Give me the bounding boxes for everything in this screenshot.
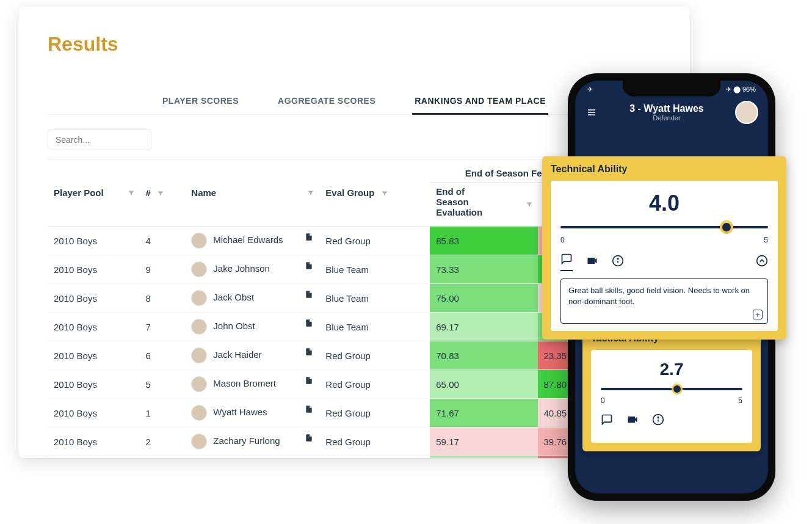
collapse-icon[interactable] [756, 255, 768, 269]
tab-rankings[interactable]: RANKINGS AND TEAM PLACE [412, 89, 548, 115]
avatar [191, 319, 207, 335]
cell-eval: 71.67 [430, 399, 537, 428]
col-label: Name [191, 187, 216, 198]
file-icon[interactable] [305, 319, 313, 329]
col-label: Player Pool [54, 187, 104, 198]
comment-icon[interactable] [601, 413, 613, 428]
player-role: Defender [598, 114, 735, 122]
col-end-eval[interactable]: End of Season Evaluation [430, 183, 537, 227]
col-player-pool[interactable]: Player Pool [48, 159, 140, 227]
svg-point-5 [658, 417, 659, 418]
col-label: Eval Group [325, 187, 374, 198]
cell-num: 3 [140, 456, 186, 459]
cell-pool: 2010 Boys [48, 227, 140, 255]
cell-name: Jordan Ferraro [185, 456, 319, 459]
file-icon[interactable] [305, 405, 313, 415]
cell-group: Blue Team [319, 255, 430, 284]
cell-group: Red Group [319, 227, 430, 255]
icon-row [601, 413, 742, 428]
phone-header: 3 - Wyatt Hawes Defender [575, 96, 768, 131]
cell-pool: 2010 Boys [48, 399, 140, 428]
page-title: Results [48, 33, 661, 56]
cell-group: Red Group [319, 399, 430, 428]
cell-name: Michael Edwards [185, 227, 319, 255]
search-input[interactable] [48, 129, 151, 150]
cell-num: 5 [140, 370, 186, 399]
svg-point-8 [617, 258, 618, 260]
filter-icon[interactable] [307, 189, 314, 197]
rating-slider[interactable] [601, 383, 742, 395]
avatar[interactable] [735, 101, 758, 124]
col-number[interactable]: # [140, 159, 186, 227]
slider-thumb[interactable] [720, 220, 733, 234]
avatar [191, 376, 207, 392]
cell-eval: 85.83 [430, 227, 537, 255]
file-icon[interactable] [305, 434, 313, 443]
cell-eval: 70.83 [430, 341, 537, 370]
cell-eval: 75.00 [430, 284, 537, 313]
rating-value: 2.7 [601, 360, 742, 379]
slider-min: 0 [560, 236, 565, 244]
cell-pool: 2010 Boys [48, 341, 140, 370]
file-icon[interactable] [305, 376, 313, 386]
cell-pool: 2010 Boys [48, 428, 140, 456]
technical-ability-card: Technical Ability 4.0 0 5 Great ball ski… [542, 156, 786, 340]
avatar [191, 233, 207, 249]
slider-thumb[interactable] [672, 384, 683, 395]
menu-icon[interactable] [585, 107, 598, 117]
col-label: End of Season Evaluation [436, 186, 491, 217]
info-icon[interactable] [652, 413, 664, 428]
filter-icon[interactable] [128, 189, 135, 197]
cell-name: Wyatt Hawes [185, 399, 319, 428]
file-icon[interactable] [305, 261, 313, 271]
file-icon[interactable] [305, 233, 313, 242]
cell-pool: 2010 Boys [48, 370, 140, 399]
tab-player-scores[interactable]: PLAYER SCORES [160, 89, 241, 114]
cell-name: Mason Bromert [185, 370, 319, 399]
cell-name: Jack Obst [185, 284, 319, 313]
cell-num: 9 [140, 255, 186, 284]
add-note-button[interactable]: + [753, 310, 763, 319]
player-title: 3 - Wyatt Hawes Defender [598, 103, 735, 122]
note-box[interactable]: Great ball skills, good field vision. Ne… [560, 278, 768, 324]
filter-icon[interactable] [526, 201, 533, 208]
status-left: ✈ [587, 86, 593, 93]
cell-group: Red Group [319, 456, 430, 459]
phone-notch [623, 81, 720, 96]
cell-eval: 65.00 [430, 370, 537, 399]
rating-slider[interactable] [560, 220, 768, 235]
cell-num: 1 [140, 399, 186, 428]
cell-name: John Obst [185, 313, 319, 341]
cell-eval: 67.50 [430, 456, 537, 459]
cell-name: Jack Haider [185, 341, 319, 370]
avatar [191, 261, 207, 277]
cell-pool: 2010 Boys [48, 255, 140, 284]
avatar [191, 348, 207, 363]
video-icon[interactable] [626, 413, 639, 428]
card-body: 4.0 0 5 Great ball skills, good field vi… [551, 181, 778, 331]
tab-aggregate-scores[interactable]: AGGREGATE SCORES [275, 89, 378, 114]
file-icon[interactable] [305, 290, 313, 300]
cell-num: 7 [140, 313, 186, 341]
status-battery: ✈ ⬤ 96% [726, 86, 756, 93]
cell-group: Blue Team [319, 284, 430, 313]
comment-icon[interactable] [560, 253, 573, 271]
col-eval-group[interactable]: Eval Group [319, 159, 430, 227]
cell-group: Blue Team [319, 313, 430, 341]
col-name[interactable]: Name [185, 159, 319, 227]
cell-pool: 2010 Boys [48, 284, 140, 313]
cell-num: 6 [140, 341, 186, 370]
cell-eval: 73.33 [430, 255, 537, 284]
avatar [191, 405, 207, 421]
avatar [191, 434, 207, 449]
video-icon[interactable] [586, 255, 598, 269]
slider-min: 0 [601, 396, 605, 405]
filter-icon[interactable] [381, 190, 388, 197]
info-icon[interactable] [612, 255, 624, 269]
cell-pool: 2010 Boys [48, 313, 140, 341]
card-body: 2.7 0 5 [591, 350, 752, 443]
filter-icon[interactable] [157, 190, 164, 197]
note-text: Great ball skills, good field vision. Ne… [568, 286, 750, 306]
slider-labels: 0 5 [601, 396, 742, 405]
file-icon[interactable] [305, 348, 313, 357]
